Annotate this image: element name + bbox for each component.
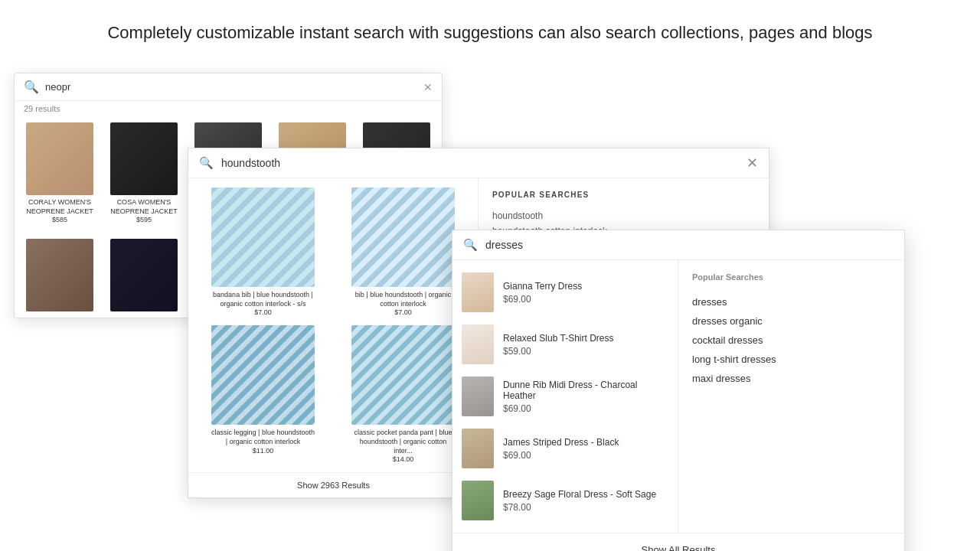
bg-product-item[interactable]: CORALY WOMEN'S NEOPRENE JACKET $585: [21, 122, 99, 233]
mid-search-bar: 🔍 ✕: [188, 148, 769, 178]
bg-product-image: [110, 239, 178, 311]
page-headline: Completely customizable instant search w…: [0, 0, 980, 60]
fg-product-row[interactable]: Dunne Rib Midi Dress - Charcoal Heather …: [452, 370, 678, 422]
mid-product-price: $14.00: [393, 455, 414, 463]
fg-popular-searches-title: Popular Searches: [692, 272, 890, 282]
mid-products-grid: bandana bib | blue houndstooth | organic…: [188, 178, 479, 472]
bg-product-price: $595: [136, 216, 152, 223]
fg-product-name: Gianna Terry Dress: [503, 281, 582, 292]
fg-product-name: Breezy Sage Floral Dress - Soft Sage: [503, 489, 656, 500]
bg-search-icon: 🔍: [24, 80, 39, 94]
mid-product-price: $7.00: [254, 308, 272, 316]
mid-product-card[interactable]: bandana bib | blue houndstooth | organic…: [198, 187, 328, 316]
fg-popular-search-item[interactable]: cocktail dresses: [692, 331, 890, 350]
mid-product-price: $7.00: [394, 308, 412, 316]
mid-popular-searches-title: POPULAR SEARCHES: [492, 191, 755, 199]
fg-product-image: [462, 429, 494, 468]
fg-content: Gianna Terry Dress $69.00 Relaxed Slub T…: [452, 260, 904, 533]
mid-product-image: [211, 187, 315, 287]
fg-product-image: [462, 272, 494, 312]
fg-search-widget: 🔍 dresses Gianna Terry Dress $69.00 Rela…: [452, 230, 905, 551]
bg-product-name: COSA WOMEN'S NEOPRENE JACKET: [105, 198, 183, 216]
fg-product-row[interactable]: Gianna Terry Dress $69.00: [452, 266, 678, 318]
bg-product-price: $585: [52, 216, 67, 223]
bg-product-image: [26, 122, 93, 195]
fg-product-info: Dunne Rib Midi Dress - Charcoal Heather …: [503, 380, 668, 414]
fg-search-icon: 🔍: [463, 238, 478, 252]
mid-show-results-link[interactable]: Show 2963 Results: [188, 472, 479, 497]
fg-product-name: Relaxed Slub T-Shirt Dress: [503, 333, 614, 344]
bg-product-name: CORALY WOMEN'S NEOPRENE JACKET: [21, 198, 99, 216]
fg-product-price: $59.00: [503, 346, 614, 357]
mid-product-grid: bandana bib | blue houndstooth | organic…: [198, 187, 469, 463]
mid-product-card[interactable]: classic legging | blue houndstooth | org…: [198, 325, 328, 463]
bg-search-input[interactable]: [45, 81, 417, 93]
fg-popular-search-item[interactable]: dresses: [692, 292, 890, 311]
mid-product-image: [211, 325, 315, 425]
mid-product-name: classic pocket panda pant | blue houndst…: [351, 429, 455, 455]
bg-clear-button[interactable]: ✕: [423, 81, 433, 93]
mid-close-button[interactable]: ✕: [746, 156, 758, 170]
mid-popular-search-item[interactable]: houndstooth: [492, 208, 755, 223]
fg-product-row[interactable]: Breezy Sage Floral Dress - Soft Sage $78…: [452, 474, 678, 527]
bg-product-image: [110, 122, 178, 195]
fg-product-price: $69.00: [503, 403, 668, 414]
bg-product-item[interactable]: [21, 239, 99, 311]
mid-product-image: [351, 187, 455, 287]
fg-popular-panel: Popular Searches dresses dresses organic…: [678, 260, 904, 533]
mid-product-name: bib | blue houndstooth | organic cotton …: [351, 291, 455, 308]
mid-product-image: [351, 325, 455, 425]
fg-product-info: Breezy Sage Floral Dress - Soft Sage $78…: [503, 489, 656, 513]
mid-search-input[interactable]: [221, 157, 739, 169]
bg-results-count: 29 results: [15, 101, 442, 116]
fg-product-info: Gianna Terry Dress $69.00: [503, 281, 582, 305]
mid-product-price: $11.00: [253, 447, 274, 455]
fg-search-bar: 🔍 dresses: [452, 230, 904, 260]
fg-product-price: $69.00: [503, 450, 619, 461]
fg-product-info: Relaxed Slub T-Shirt Dress $59.00: [503, 333, 614, 357]
fg-search-input[interactable]: dresses: [485, 239, 893, 251]
fg-product-row[interactable]: James Striped Dress - Black $69.00: [452, 422, 678, 474]
bg-product-item[interactable]: [105, 239, 183, 311]
fg-product-price: $78.00: [503, 502, 656, 513]
fg-product-image: [462, 481, 494, 520]
fg-product-info: James Striped Dress - Black $69.00: [503, 437, 619, 461]
fg-product-price: $69.00: [503, 294, 582, 305]
mid-product-card[interactable]: bib | blue houndstooth | organic cotton …: [338, 187, 469, 316]
fg-products-panel: Gianna Terry Dress $69.00 Relaxed Slub T…: [452, 260, 678, 533]
fg-product-image: [462, 377, 494, 416]
fg-product-name: James Striped Dress - Black: [503, 437, 619, 448]
fg-show-all-results-button[interactable]: Show All Results: [452, 533, 904, 551]
mid-product-name: bandana bib | blue houndstooth | organic…: [211, 291, 315, 308]
fg-popular-search-item[interactable]: long t-shirt dresses: [692, 350, 890, 369]
bg-search-bar: 🔍 ✕: [15, 73, 442, 101]
fg-product-row[interactable]: Relaxed Slub T-Shirt Dress $59.00: [452, 318, 678, 370]
mid-product-card[interactable]: classic pocket panda pant | blue houndst…: [338, 325, 469, 463]
mid-search-icon: 🔍: [199, 156, 214, 170]
bg-product-item[interactable]: COSA WOMEN'S NEOPRENE JACKET $595: [105, 122, 183, 233]
fg-product-image: [462, 324, 494, 364]
fg-product-name: Dunne Rib Midi Dress - Charcoal Heather: [503, 380, 668, 401]
mid-products-panel: bandana bib | blue houndstooth | organic…: [188, 178, 479, 497]
bg-product-image: [26, 239, 93, 311]
fg-popular-search-item[interactable]: maxi dresses: [692, 369, 890, 388]
mid-product-name: classic legging | blue houndstooth | org…: [211, 429, 315, 446]
fg-popular-search-item[interactable]: dresses organic: [692, 311, 890, 331]
